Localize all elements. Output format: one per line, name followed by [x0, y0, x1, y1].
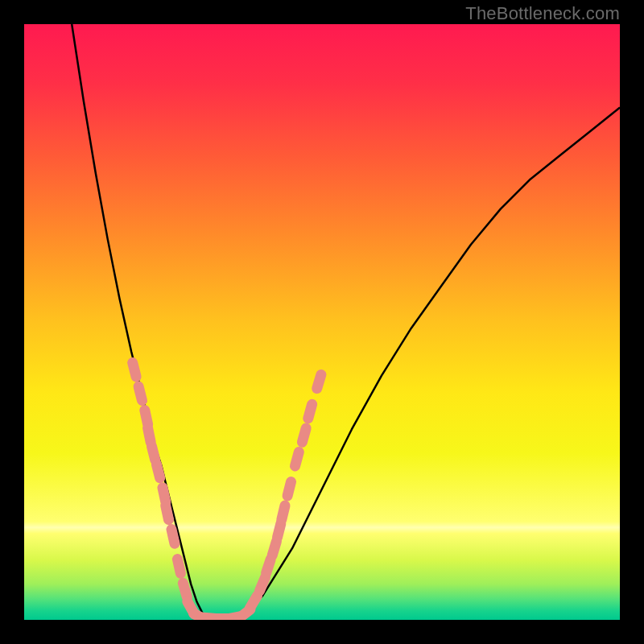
marker-dot — [317, 374, 321, 388]
marker-dot — [145, 411, 148, 425]
marker-dot — [278, 523, 281, 537]
marker-dot — [171, 530, 175, 544]
marker-dot — [151, 446, 155, 460]
curve-layer — [24, 24, 620, 620]
marker-dot — [272, 542, 276, 555]
marker-dot — [295, 452, 299, 466]
attribution-label: TheBottleneck.com — [465, 3, 620, 24]
marker-dot — [163, 488, 166, 502]
marker-dot — [308, 404, 312, 418]
bottleneck-curve — [72, 24, 620, 620]
marker-dot — [177, 559, 180, 574]
marker-dot — [287, 482, 291, 496]
marker-dot — [166, 506, 169, 520]
marker-dot — [156, 464, 159, 477]
marker-dot — [282, 506, 285, 519]
marker-dot — [183, 583, 187, 597]
marker-dot — [250, 596, 257, 608]
marker-dot — [266, 559, 271, 573]
marker-dot — [260, 577, 266, 591]
marker-dot — [302, 428, 306, 442]
marker-group — [133, 363, 321, 621]
marker-dot — [148, 428, 151, 443]
chart-frame: TheBottleneck.com — [0, 0, 644, 644]
marker-dot — [133, 363, 136, 377]
marker-dot — [138, 386, 142, 400]
plot-area — [24, 24, 620, 620]
